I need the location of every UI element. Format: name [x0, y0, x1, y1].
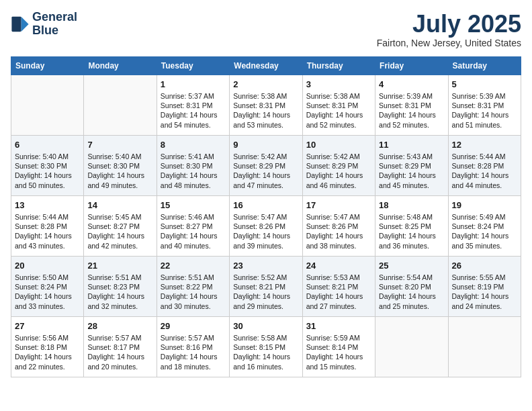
day-info: Sunrise: 5:49 AMSunset: 8:24 PMDaylight:… — [452, 212, 517, 250]
day-number: 9 — [233, 139, 298, 151]
day-info: Sunrise: 5:47 AMSunset: 8:26 PMDaylight:… — [306, 212, 371, 250]
week-row-1: 1Sunrise: 5:37 AMSunset: 8:31 PMDaylight… — [11, 75, 521, 135]
page-header: General Blue July 2025 Fairton, New Jers… — [11, 11, 521, 48]
col-friday: Friday — [375, 56, 448, 75]
day-info: Sunrise: 5:39 AMSunset: 8:31 PMDaylight:… — [379, 91, 444, 130]
day-number: 19 — [452, 199, 517, 212]
day-number: 18 — [379, 199, 444, 212]
day-cell: 10Sunrise: 5:42 AMSunset: 8:29 PMDayligh… — [302, 135, 375, 195]
day-cell: 21Sunrise: 5:51 AMSunset: 8:23 PMDayligh… — [84, 256, 157, 316]
day-number: 25 — [379, 260, 444, 272]
logo-text: General Blue — [32, 11, 77, 38]
day-info: Sunrise: 5:54 AMSunset: 8:20 PMDaylight:… — [379, 273, 444, 311]
day-number: 24 — [306, 260, 371, 272]
day-number: 22 — [161, 260, 226, 272]
day-cell: 14Sunrise: 5:45 AMSunset: 8:27 PMDayligh… — [84, 195, 157, 256]
day-number: 15 — [161, 199, 226, 212]
day-number: 28 — [87, 320, 152, 332]
day-cell: 19Sunrise: 5:49 AMSunset: 8:24 PMDayligh… — [448, 195, 521, 256]
day-number: 17 — [306, 199, 371, 212]
day-number: 14 — [87, 199, 152, 212]
logo-icon — [11, 15, 30, 34]
day-cell: 20Sunrise: 5:50 AMSunset: 8:24 PMDayligh… — [11, 256, 84, 316]
day-info: Sunrise: 5:51 AMSunset: 8:22 PMDaylight:… — [161, 273, 226, 311]
day-number: 21 — [87, 260, 152, 272]
logo-line2: Blue — [32, 24, 77, 38]
day-info: Sunrise: 5:53 AMSunset: 8:21 PMDaylight:… — [306, 273, 371, 311]
calendar-body: 1Sunrise: 5:37 AMSunset: 8:31 PMDaylight… — [11, 75, 521, 377]
day-cell: 28Sunrise: 5:57 AMSunset: 8:17 PMDayligh… — [84, 316, 157, 377]
week-row-5: 27Sunrise: 5:56 AMSunset: 8:18 PMDayligh… — [11, 316, 521, 377]
day-number: 11 — [379, 139, 444, 151]
title-block: July 2025 Fairton, New Jersey, United St… — [377, 11, 521, 48]
day-cell: 6Sunrise: 5:40 AMSunset: 8:30 PMDaylight… — [11, 135, 84, 195]
day-cell: 17Sunrise: 5:47 AMSunset: 8:26 PMDayligh… — [302, 195, 375, 256]
week-row-3: 13Sunrise: 5:44 AMSunset: 8:28 PMDayligh… — [11, 195, 521, 256]
day-cell: 9Sunrise: 5:42 AMSunset: 8:29 PMDaylight… — [230, 135, 302, 195]
svg-rect-2 — [11, 17, 21, 32]
day-number: 4 — [379, 79, 444, 91]
day-number: 27 — [15, 320, 80, 332]
day-info: Sunrise: 5:57 AMSunset: 8:16 PMDaylight:… — [161, 333, 226, 371]
day-number: 3 — [306, 79, 371, 91]
week-row-4: 20Sunrise: 5:50 AMSunset: 8:24 PMDayligh… — [11, 256, 521, 316]
day-info: Sunrise: 5:44 AMSunset: 8:28 PMDaylight:… — [15, 212, 80, 250]
day-info: Sunrise: 5:56 AMSunset: 8:18 PMDaylight:… — [15, 333, 80, 371]
day-info: Sunrise: 5:46 AMSunset: 8:27 PMDaylight:… — [161, 212, 226, 250]
day-cell: 7Sunrise: 5:40 AMSunset: 8:30 PMDaylight… — [84, 135, 157, 195]
day-info: Sunrise: 5:38 AMSunset: 8:31 PMDaylight:… — [306, 91, 371, 130]
day-number: 26 — [452, 260, 517, 272]
day-info: Sunrise: 5:42 AMSunset: 8:29 PMDaylight:… — [306, 152, 371, 190]
day-info: Sunrise: 5:44 AMSunset: 8:28 PMDaylight:… — [452, 152, 517, 190]
day-cell — [375, 316, 448, 377]
day-cell: 30Sunrise: 5:58 AMSunset: 8:15 PMDayligh… — [230, 316, 302, 377]
day-info: Sunrise: 5:43 AMSunset: 8:29 PMDaylight:… — [379, 152, 444, 190]
day-number: 2 — [233, 79, 298, 91]
day-cell: 24Sunrise: 5:53 AMSunset: 8:21 PMDayligh… — [302, 256, 375, 316]
day-cell — [11, 75, 84, 135]
day-number: 6 — [15, 139, 80, 151]
day-number: 1 — [161, 79, 226, 91]
day-cell: 11Sunrise: 5:43 AMSunset: 8:29 PMDayligh… — [375, 135, 448, 195]
day-cell: 13Sunrise: 5:44 AMSunset: 8:28 PMDayligh… — [11, 195, 84, 256]
day-number: 12 — [452, 139, 517, 151]
day-info: Sunrise: 5:58 AMSunset: 8:15 PMDaylight:… — [233, 333, 298, 371]
day-number: 23 — [233, 260, 298, 272]
day-cell: 16Sunrise: 5:47 AMSunset: 8:26 PMDayligh… — [230, 195, 302, 256]
col-wednesday: Wednesday — [230, 56, 302, 75]
day-cell: 27Sunrise: 5:56 AMSunset: 8:18 PMDayligh… — [11, 316, 84, 377]
day-cell: 18Sunrise: 5:48 AMSunset: 8:25 PMDayligh… — [375, 195, 448, 256]
day-cell: 3Sunrise: 5:38 AMSunset: 8:31 PMDaylight… — [302, 75, 375, 135]
day-info: Sunrise: 5:45 AMSunset: 8:27 PMDaylight:… — [87, 212, 152, 250]
day-info: Sunrise: 5:55 AMSunset: 8:19 PMDaylight:… — [452, 273, 517, 311]
location: Fairton, New Jersey, United States — [377, 38, 521, 48]
day-cell: 2Sunrise: 5:38 AMSunset: 8:31 PMDaylight… — [230, 75, 302, 135]
day-number: 13 — [15, 199, 80, 212]
col-tuesday: Tuesday — [157, 56, 229, 75]
day-number: 7 — [87, 139, 152, 151]
day-info: Sunrise: 5:40 AMSunset: 8:30 PMDaylight:… — [15, 152, 80, 190]
day-cell — [84, 75, 157, 135]
day-number: 5 — [452, 79, 517, 91]
day-cell: 15Sunrise: 5:46 AMSunset: 8:27 PMDayligh… — [157, 195, 229, 256]
month-title: July 2025 — [377, 11, 521, 38]
day-cell: 23Sunrise: 5:52 AMSunset: 8:21 PMDayligh… — [230, 256, 302, 316]
day-info: Sunrise: 5:42 AMSunset: 8:29 PMDaylight:… — [233, 152, 298, 190]
day-cell — [448, 316, 521, 377]
col-monday: Monday — [84, 56, 157, 75]
day-cell: 22Sunrise: 5:51 AMSunset: 8:22 PMDayligh… — [157, 256, 229, 316]
day-number: 8 — [161, 139, 226, 151]
day-info: Sunrise: 5:47 AMSunset: 8:26 PMDaylight:… — [233, 212, 298, 250]
day-info: Sunrise: 5:52 AMSunset: 8:21 PMDaylight:… — [233, 273, 298, 311]
weekday-row: Sunday Monday Tuesday Wednesday Thursday… — [11, 56, 521, 75]
day-cell: 1Sunrise: 5:37 AMSunset: 8:31 PMDaylight… — [157, 75, 229, 135]
day-cell: 26Sunrise: 5:55 AMSunset: 8:19 PMDayligh… — [448, 256, 521, 316]
calendar-header: Sunday Monday Tuesday Wednesday Thursday… — [11, 56, 521, 75]
col-sunday: Sunday — [11, 56, 84, 75]
day-cell: 25Sunrise: 5:54 AMSunset: 8:20 PMDayligh… — [375, 256, 448, 316]
col-thursday: Thursday — [302, 56, 375, 75]
col-saturday: Saturday — [448, 56, 521, 75]
day-info: Sunrise: 5:38 AMSunset: 8:31 PMDaylight:… — [233, 91, 298, 130]
day-info: Sunrise: 5:37 AMSunset: 8:31 PMDaylight:… — [161, 91, 226, 130]
day-info: Sunrise: 5:40 AMSunset: 8:30 PMDaylight:… — [87, 152, 152, 190]
